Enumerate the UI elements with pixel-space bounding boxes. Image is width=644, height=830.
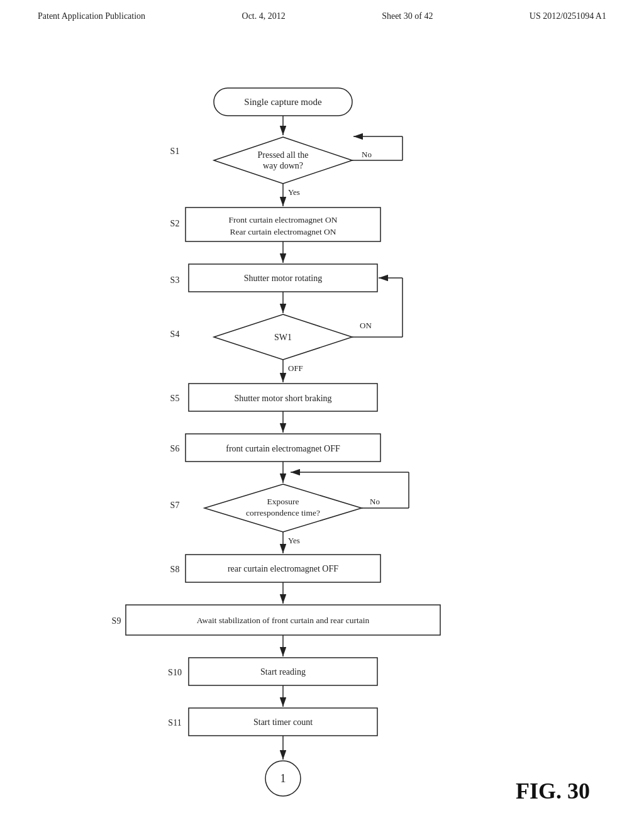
svg-text:Shutter motor short braking: Shutter motor short braking xyxy=(234,394,331,403)
svg-marker-5 xyxy=(214,137,352,184)
svg-text:Rear curtain electromagnet ON: Rear curtain electromagnet ON xyxy=(230,227,336,236)
svg-text:S6: S6 xyxy=(170,444,180,453)
svg-text:ON: ON xyxy=(360,321,372,330)
svg-text:Start timer count: Start timer count xyxy=(253,717,313,727)
svg-text:Start reading: Start reading xyxy=(260,667,306,677)
svg-text:SW1: SW1 xyxy=(274,333,292,342)
svg-text:Exposure: Exposure xyxy=(267,497,299,506)
page-header: Patent Application Publication Oct. 4, 2… xyxy=(0,0,644,28)
svg-text:Front curtain electromagnet ON: Front curtain electromagnet ON xyxy=(229,215,338,224)
svg-text:rear curtain electromagnet OFF: rear curtain electromagnet OFF xyxy=(228,564,338,573)
svg-text:OFF: OFF xyxy=(288,363,303,373)
header-right: US 2012/0251094 A1 xyxy=(530,11,606,21)
svg-text:No: No xyxy=(362,150,372,159)
svg-text:S4: S4 xyxy=(170,329,180,339)
svg-text:S10: S10 xyxy=(168,668,182,677)
svg-text:S11: S11 xyxy=(168,718,181,728)
header-sheet: Sheet 30 of 42 xyxy=(382,11,433,21)
svg-text:No: No xyxy=(370,497,380,506)
header-left: Patent Application Publication xyxy=(38,11,145,21)
svg-text:Yes: Yes xyxy=(288,187,300,197)
svg-text:FIG. 30: FIG. 30 xyxy=(516,778,590,804)
svg-text:Single capture mode: Single capture mode xyxy=(244,97,322,107)
svg-text:correspondence time?: correspondence time? xyxy=(246,508,320,517)
svg-text:way down?: way down? xyxy=(263,161,303,170)
svg-text:Shutter motor rotating: Shutter motor rotating xyxy=(244,274,322,283)
svg-text:S9: S9 xyxy=(112,616,121,626)
svg-text:1: 1 xyxy=(280,772,286,785)
svg-text:S1: S1 xyxy=(170,147,180,156)
svg-text:Pressed all the: Pressed all the xyxy=(258,150,309,160)
svg-text:S3: S3 xyxy=(170,275,180,285)
header-center: Oct. 4, 2012 xyxy=(242,11,286,21)
flowchart-diagram: Single capture mode S1 Pressed all the w… xyxy=(0,38,644,830)
svg-text:S8: S8 xyxy=(170,565,180,574)
svg-text:S2: S2 xyxy=(170,219,180,228)
svg-text:S5: S5 xyxy=(170,394,180,403)
svg-text:front curtain electromagnet OF: front curtain electromagnet OFF xyxy=(226,444,340,453)
svg-text:Await stabilization of front c: Await stabilization of front curtain and… xyxy=(197,616,370,625)
svg-text:Yes: Yes xyxy=(288,536,300,545)
svg-text:S7: S7 xyxy=(170,501,180,510)
